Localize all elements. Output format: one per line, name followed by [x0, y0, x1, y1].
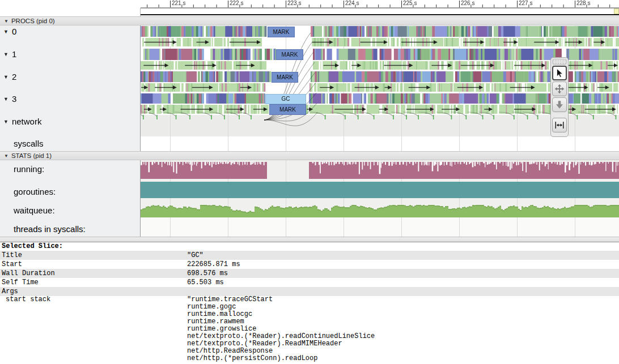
- slice-detail-row: Wall Duration698.576 ms: [0, 269, 619, 278]
- stats-row-label-text: running:: [14, 164, 44, 174]
- track-row-label-text: 1: [12, 49, 16, 59]
- cursor-arrow-icon: [554, 68, 565, 78]
- slice-detail-label: Start: [2, 260, 22, 268]
- four-way-arrows-icon: [554, 84, 565, 94]
- stats-row-label-text: threads in syscalls:: [14, 224, 86, 234]
- stats-row-label-text: goroutines:: [14, 187, 56, 196]
- timeline-track-canvas[interactable]: [141, 0, 619, 237]
- horizontal-span-icon: [554, 120, 565, 130]
- slice-detail-row: Start222685.871 ms: [0, 260, 619, 269]
- track-row-label-text: syscalls: [14, 139, 44, 148]
- slice-detail-label: Args: [2, 288, 18, 296]
- track-row-label-syscalls[interactable]: syscalls: [3, 139, 44, 149]
- slice-detail-label: Title: [2, 251, 22, 259]
- stats-header-label: STATS (pid 1): [11, 152, 52, 159]
- mark-slice[interactable]: MARK: [272, 72, 298, 83]
- slice-detail-value: 698.576 ms: [187, 269, 228, 278]
- ruler-tick-label: 227 s: [519, 0, 532, 6]
- mark-slice[interactable]: MARK: [276, 49, 303, 60]
- track-row-label-network[interactable]: ▼network: [3, 117, 41, 127]
- slice-detail-value: "GC": [187, 251, 203, 260]
- triangle-down-icon: ▼: [4, 153, 9, 159]
- selected-slice-heading: Selected Slice:: [0, 242, 619, 251]
- track-label-sidebar: [0, 25, 141, 237]
- slice-detail-value: 65.503 ms: [187, 278, 224, 287]
- triangle-down-icon: ▼: [3, 74, 9, 80]
- triangle-down-icon: ▼: [3, 119, 9, 125]
- stats-row-label-goroutines-: goroutines:: [3, 187, 56, 197]
- start-stack-label: start stack: [6, 296, 50, 303]
- time-ruler[interactable]: 221 s222 s223 s224 s225 s226 s227 s228 s: [141, 0, 619, 8]
- slice-detail-row: Self Time65.503 ms: [0, 278, 619, 287]
- triangle-down-icon: ▼: [4, 19, 9, 24]
- procs-header-label: PROCS (pid 0): [11, 18, 55, 24]
- timing-tool-button[interactable]: [552, 118, 567, 132]
- ruler-tick-label: 223 s: [287, 0, 301, 6]
- slice-detail-table: Title"GC"Start222685.871 msWall Duration…: [0, 251, 619, 296]
- pan-tool-button[interactable]: [552, 82, 567, 96]
- triangle-down-icon: ▼: [3, 96, 9, 102]
- gc-slice[interactable]: GC: [265, 94, 306, 104]
- start-stack-trace: "runtime.traceGCStartruntime.gogcruntime…: [187, 296, 375, 362]
- trace-viewer: 221 s222 s223 s224 s225 s226 s227 s228 s…: [0, 0, 619, 364]
- track-row-label-2[interactable]: ▼2: [3, 72, 16, 82]
- triangle-down-icon: ▼: [3, 52, 9, 57]
- mark-slice[interactable]: MARK: [268, 27, 295, 37]
- palette-drag-handle-icon[interactable]: [552, 59, 567, 65]
- ruler-tick-label: 226 s: [461, 0, 474, 6]
- track-row-label-0[interactable]: ▼0: [3, 27, 16, 37]
- slice-detail-label: Self Time: [2, 279, 39, 286]
- stats-row-label-waitqueue-: waitqueue:: [3, 205, 55, 216]
- ruler-tick-label: 225 s: [403, 0, 417, 6]
- stats-row-label-text: waitqueue:: [14, 205, 55, 215]
- stats-section-header[interactable]: ▼STATS (pid 1): [0, 151, 619, 160]
- stack-trace-line: net/http.(*persistConn).readLoop: [187, 355, 375, 362]
- zoom-tool-button[interactable]: [552, 97, 567, 112]
- track-row-label-text: 0: [12, 27, 16, 36]
- stats-row-label-threads-in-syscalls-: threads in syscalls:: [3, 224, 86, 234]
- track-row-label-text: 3: [12, 94, 16, 104]
- selection-tool-button[interactable]: [552, 66, 567, 80]
- down-arrow-icon: [554, 100, 565, 110]
- ruler-tick-label: 222 s: [230, 0, 243, 6]
- ruler-tick-label: 228 s: [576, 0, 590, 6]
- track-row-label-1[interactable]: ▼1: [3, 49, 16, 59]
- ruler-tick-label: 224 s: [345, 0, 359, 6]
- mark-slice[interactable]: MARK: [269, 104, 306, 115]
- stats-row-label-running-: running:: [3, 164, 44, 174]
- start-stack-row: start stack "runtime.traceGCStartruntime…: [0, 296, 619, 362]
- panel-splitter[interactable]: [0, 237, 619, 242]
- triangle-down-icon: ▼: [3, 29, 9, 35]
- procs-section-header[interactable]: ▼PROCS (pid 0): [0, 16, 619, 25]
- track-row-label-3[interactable]: ▼3: [3, 94, 16, 104]
- slice-detail-row: Args: [0, 287, 619, 296]
- tool-palette[interactable]: [550, 57, 569, 137]
- selection-analysis-panel: Selected Slice: Title"GC"Start222685.871…: [0, 242, 619, 364]
- track-row-label-text: 2: [12, 72, 16, 82]
- track-row-label-text: network: [12, 117, 42, 126]
- slice-detail-row: Title"GC": [0, 251, 619, 260]
- slice-detail-value: 222685.871 ms: [187, 260, 240, 269]
- slice-detail-label: Wall Duration: [2, 269, 55, 277]
- ruler-tick-label: 221 s: [172, 0, 185, 6]
